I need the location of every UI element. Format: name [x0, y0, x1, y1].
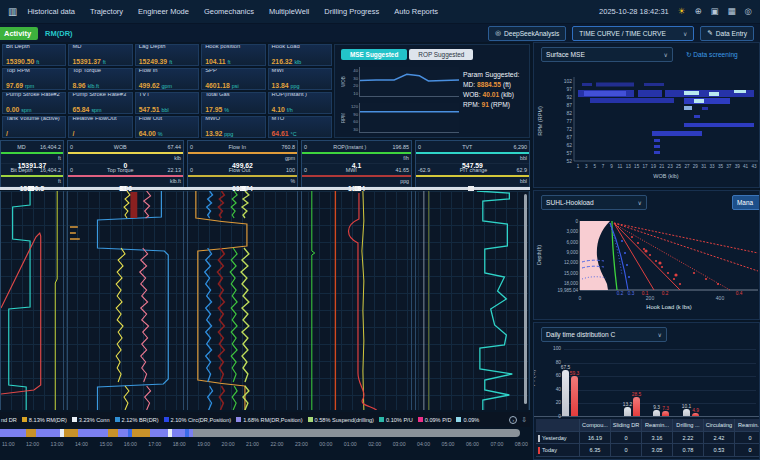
- daily-select[interactable]: Daily time distribution C ∨: [541, 327, 667, 342]
- spark-tick: 90: [348, 112, 358, 117]
- card-label: MTO: [272, 116, 328, 121]
- legend-item[interactable]: 2.12% BR(DR): [115, 417, 159, 423]
- legend-item[interactable]: 2.10% Circ(DR,Position): [164, 417, 232, 423]
- legend-item[interactable]: 1.68% RM(DR,Position): [236, 417, 302, 423]
- suhl-select[interactable]: SUHL-Hookload ∨: [541, 195, 647, 210]
- timeline-segment[interactable]: [132, 429, 150, 437]
- data-card: Total Gas17.95%: [201, 92, 265, 114]
- globe-icon[interactable]: ⊕: [694, 7, 701, 16]
- card-value: /: [6, 130, 8, 137]
- timeline-segment[interactable]: [36, 429, 60, 437]
- mse-ytick: 92: [566, 94, 572, 100]
- depth-cursor-slider[interactable]: [0, 187, 530, 190]
- tab-activity[interactable]: Activity: [0, 27, 38, 40]
- drilling-dashboard: ▥ Historical dataTrajectoryEngineer Mode…: [0, 0, 760, 460]
- data-card: SPP4601.18psi: [201, 68, 265, 90]
- legend-item[interactable]: 0.09%: [456, 417, 479, 423]
- timeline-segment[interactable]: [78, 429, 108, 437]
- card-unit: rpm: [25, 83, 34, 89]
- legend-item[interactable]: 0.58% Suspend(drilling): [308, 417, 374, 423]
- navbar-right: 2025-10-28 18:42:31 ☀ ⊕ ▣ ▦ ◎: [599, 7, 752, 16]
- daily-cell: 0.78: [673, 444, 704, 457]
- friction-factor-label: 0.2: [617, 291, 624, 296]
- mse-xtick: 15: [634, 164, 640, 169]
- daily-row-name: Yesterday: [536, 432, 580, 445]
- tab-rop-suggested[interactable]: ROP Suggested: [409, 49, 473, 60]
- timeline-segment[interactable]: [172, 429, 185, 437]
- timeline-segment[interactable]: [26, 429, 36, 437]
- bar-today: 7.3: [662, 411, 669, 416]
- daily-ytick: 60: [544, 373, 561, 378]
- chevron-right-circle-icon[interactable]: ›: [509, 416, 517, 424]
- spark-tick: 120: [348, 104, 358, 109]
- timeline-segment[interactable]: [64, 429, 78, 437]
- apps-grid-icon[interactable]: ▦: [728, 7, 736, 16]
- legend-label: 0.09% P/D: [425, 417, 452, 423]
- legend-item[interactable]: 0.10% P/U: [379, 417, 413, 423]
- timeline-segment[interactable]: [0, 429, 26, 437]
- channel-value: 499.62: [232, 162, 253, 169]
- friction-factor-label: 0.1: [642, 291, 649, 296]
- timeline-scrollbar[interactable]: [193, 429, 520, 437]
- channel-name: Flow In: [229, 144, 246, 150]
- data-entry-button[interactable]: ✎ Data Entry: [700, 26, 754, 41]
- data-screening-link[interactable]: ↻ Data screening: [686, 51, 738, 59]
- data-card: MWO13.92ppg: [201, 116, 265, 138]
- power-icon[interactable]: ◎: [745, 7, 752, 16]
- card-unit: ft: [36, 59, 39, 65]
- log-track-charts[interactable]: [0, 191, 530, 410]
- friction-factor-label: 0.2: [662, 291, 669, 296]
- timeline-segment[interactable]: [118, 429, 128, 437]
- data-card: Top RPM97.69rpm: [2, 68, 66, 90]
- mse-xtick: 33: [710, 164, 716, 169]
- nav-item-multiplewell[interactable]: MultipleWell: [269, 7, 309, 16]
- curve-type-value: TIME CURVE / TIME CURVE: [579, 30, 665, 37]
- nav-item-trajectory[interactable]: Trajectory: [90, 7, 123, 16]
- suhl-xlabel: Hook Load (k lbs): [646, 304, 691, 310]
- activity-timeline-strip[interactable]: [0, 429, 530, 438]
- rpm-ticks: 120906030: [348, 103, 359, 133]
- time-axis-labels: 11:0012:0013:0014:0015:0016:0017:0018:00…: [0, 441, 530, 447]
- download-icon[interactable]: ⇩: [521, 416, 527, 424]
- tab-rm-dr[interactable]: RM(DR): [45, 29, 73, 38]
- track-chart-tvt-pit: [415, 191, 530, 410]
- surface-mse-select[interactable]: Surface MSE ∨: [541, 47, 673, 62]
- tab-mse-suggested[interactable]: MSE Suggested: [341, 49, 407, 60]
- daily-cell: 16.19: [580, 432, 611, 445]
- mse-xtick: 3: [585, 164, 588, 169]
- activity-legend: nd DR 8.13% RM(DR)3.23% Conn2.12% BR(DR)…: [0, 412, 530, 427]
- timeline-segment[interactable]: [150, 429, 168, 437]
- curve-type-select[interactable]: TIME CURVE / TIME CURVE ∨: [572, 26, 694, 41]
- suhl-ytick: 18,000: [564, 281, 578, 286]
- deepseek-analysis-button[interactable]: ◎ DeepSeekAnalysis: [488, 26, 566, 41]
- mse-xtick: 39: [735, 164, 741, 169]
- card-label: Top Torque: [72, 68, 128, 73]
- nav-item-auto-reports[interactable]: Auto Reports: [394, 7, 438, 16]
- card-label: Tank Volume (active): [6, 116, 62, 121]
- manage-button[interactable]: Mana: [732, 195, 760, 210]
- card-label: Pump Stroke Rate#3: [72, 92, 128, 97]
- mse-ylabel: RPM (RPM): [537, 106, 543, 136]
- legend-item[interactable]: 3.23% Conn: [72, 417, 110, 423]
- suhl-chart: 03,0006,0009,00012,00015,00018,00019,985…: [534, 213, 760, 313]
- timeline-segment[interactable]: [108, 429, 118, 437]
- legend-label: 1.68% RM(DR,Position): [243, 417, 302, 423]
- mse-xtick: 41: [743, 164, 749, 169]
- nav-item-historical-data[interactable]: Historical data: [27, 7, 75, 16]
- daily-col-header: Circulating: [704, 419, 735, 432]
- card-label: Flow Out: [139, 116, 195, 121]
- legend-item[interactable]: 8.13% RM(DR): [22, 417, 67, 423]
- legend-item[interactable]: 0.09% P/D: [418, 417, 452, 423]
- track-header: 0Flow In760.8499.62gpm0Flow Out10063.974…: [187, 140, 298, 188]
- track-scrollbar[interactable]: [524, 194, 527, 404]
- fullscreen-icon[interactable]: ▣: [711, 7, 719, 16]
- nav-item-geomechanics[interactable]: Geomechanics: [204, 7, 254, 16]
- card-unit: spm: [91, 107, 101, 113]
- track-chart-depth: [0, 191, 64, 410]
- nav-item-engineer-mode[interactable]: Engineer Mode: [138, 7, 189, 16]
- legend-item-partial[interactable]: nd DR: [1, 417, 17, 423]
- mse-xtick: 19: [651, 164, 657, 169]
- mse-xtick: 9: [610, 164, 613, 169]
- nav-item-drilling-progress[interactable]: Drilling Progress: [324, 7, 379, 16]
- theme-sun-icon[interactable]: ☀: [678, 7, 686, 16]
